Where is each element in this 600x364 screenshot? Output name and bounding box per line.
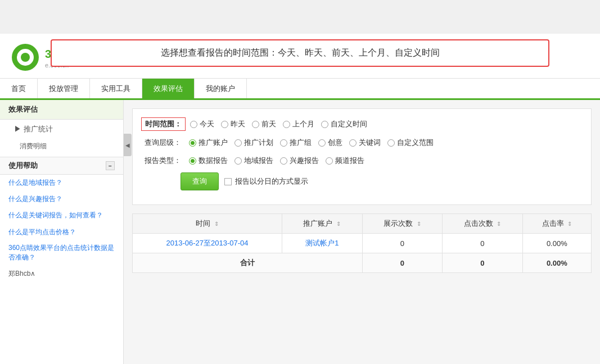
radio-custom[interactable] xyxy=(321,121,328,128)
report-label: 报告类型： xyxy=(141,154,184,167)
level-label: 查询层级： xyxy=(141,136,184,149)
radio-last-month[interactable] xyxy=(283,121,290,128)
radio-group[interactable] xyxy=(280,139,287,147)
help-link-5[interactable]: 360点睛效果平台的点击统计数据是否准确？ xyxy=(0,240,123,265)
nav-item-placement[interactable]: 投放管理 xyxy=(38,79,90,98)
radio-today[interactable] xyxy=(190,121,197,128)
checkbox-icon[interactable] xyxy=(224,178,232,185)
tooltip-banner: 选择想查看报告的时间范围：今天、昨天、前天、上个月、自定义时间 xyxy=(51,39,549,67)
cell-time: 2013-06-27至2013-07-04 xyxy=(133,234,282,253)
split-by-day-checkbox[interactable]: 报告以分日的方式显示 xyxy=(224,176,308,186)
help-collapse-button[interactable]: − xyxy=(106,161,115,170)
cell-ctr: 0.00% xyxy=(522,234,591,253)
help-link-3[interactable]: 什么是关键词报告，如何查看？ xyxy=(0,207,123,224)
total-label: 合计 xyxy=(133,253,363,273)
cell-account: 测试帐户1 xyxy=(282,234,363,253)
radio-yesterday[interactable] xyxy=(221,121,228,128)
radio-creative[interactable] xyxy=(318,139,326,147)
nav-bar: 首页 投放管理 实用工具 效果评估 我的账户 xyxy=(0,79,600,100)
query-button[interactable]: 查询 xyxy=(181,172,219,190)
sidebar-item-label: ▶ 推广统计 xyxy=(14,124,53,134)
table-header-row: 时间 ⇕ 推广账户 ⇕ 展示次数 ⇕ 点击次数 xyxy=(133,214,592,234)
time-range-label: 时间范围： xyxy=(141,117,186,131)
level-options: 推广账户 推广计划 推广组 创意 xyxy=(189,138,434,148)
account-link[interactable]: 测试帐户1 xyxy=(305,239,339,247)
time-option-today[interactable]: 今天 xyxy=(190,119,214,129)
sidebar-help-section: 使用帮助 − 什么是地域报告？ 什么是兴趣报告？ 什么是关键词报告，如何查看？ … xyxy=(0,157,123,265)
logo-icon xyxy=(11,43,39,71)
cell-impressions: 0 xyxy=(362,234,443,253)
cell-clicks: 0 xyxy=(443,234,523,253)
radio-day-before[interactable] xyxy=(252,121,259,128)
nav-item-effect[interactable]: 效果评估 xyxy=(142,79,195,98)
col-ctr[interactable]: 点击率 ⇕ xyxy=(522,214,591,234)
radio-data-report[interactable] xyxy=(189,157,196,165)
help-link-1[interactable]: 什么是地域报告？ xyxy=(0,175,123,191)
radio-interest-report[interactable] xyxy=(280,157,287,165)
level-keyword[interactable]: 关键词 xyxy=(349,138,381,148)
level-custom-range[interactable]: 自定义范围 xyxy=(387,138,434,148)
sort-account-icon: ⇕ xyxy=(336,221,341,227)
radio-custom-range[interactable] xyxy=(387,139,395,147)
total-clicks: 0 xyxy=(443,253,523,273)
report-type-row: 报告类型： 数据报告 地域报告 兴趣报告 xyxy=(141,154,583,167)
time-option-custom[interactable]: 自定义时间 xyxy=(321,119,367,129)
report-interest[interactable]: 兴趣报告 xyxy=(280,156,319,166)
radio-keyword[interactable] xyxy=(349,139,357,147)
sort-impressions-icon: ⇕ xyxy=(417,221,421,227)
sidebar-collapse-arrow[interactable]: ◀ xyxy=(124,134,132,156)
sort-clicks-icon: ⇕ xyxy=(497,221,501,227)
data-table: 时间 ⇕ 推广账户 ⇕ 展示次数 ⇕ 点击次数 xyxy=(132,213,592,273)
sort-time-icon: ⇕ xyxy=(214,221,219,227)
time-range-row: 时间范围： 今天 昨天 前天 xyxy=(141,117,583,131)
report-data[interactable]: 数据报告 xyxy=(189,156,228,166)
sort-ctr-icon: ⇕ xyxy=(567,221,572,227)
col-time[interactable]: 时间 ⇕ xyxy=(133,214,282,234)
nav-item-account[interactable]: 我的账户 xyxy=(195,79,247,98)
sidebar-help-header: 使用帮助 − xyxy=(0,157,123,175)
level-creative[interactable]: 创意 xyxy=(318,138,342,148)
svg-point-2 xyxy=(21,53,30,62)
time-range-options: 今天 昨天 前天 上个月 xyxy=(190,119,367,129)
query-row: 查询 报告以分日的方式显示 xyxy=(181,172,583,190)
report-channel[interactable]: 频道报告 xyxy=(326,156,364,166)
radio-region-report[interactable] xyxy=(234,157,242,165)
content-area: 效果评估 ▶ 推广统计 消费明细 使用帮助 − 什么是地域报告？ 什么是兴趣报告… xyxy=(0,100,600,364)
nav-item-tools[interactable]: 实用工具 xyxy=(90,79,142,98)
level-account[interactable]: 推广账户 xyxy=(189,138,228,148)
collapse-arrow-icon: ◀ xyxy=(125,142,130,148)
sidebar: 效果评估 ▶ 推广统计 消费明细 使用帮助 − 什么是地域报告？ 什么是兴趣报告… xyxy=(0,100,124,364)
radio-account[interactable] xyxy=(189,139,196,147)
level-group[interactable]: 推广组 xyxy=(280,138,312,148)
sidebar-item-consumption[interactable]: 消费明细 xyxy=(0,139,123,154)
help-link-4[interactable]: 什么是平均点击价格？ xyxy=(0,224,123,240)
table-row: 2013-06-27至2013-07-04 测试帐户1 0 0 0.00% xyxy=(133,234,592,253)
page-wrapper: 选择想查看报告的时间范围：今天、昨天、前天、上个月、自定义时间 360点睛营销平… xyxy=(0,34,600,364)
col-impressions[interactable]: 展示次数 ⇕ xyxy=(362,214,443,234)
total-ctr: 0.00% xyxy=(522,253,591,273)
tooltip-text: 选择想查看报告的时间范围：今天、昨天、前天、上个月、自定义时间 xyxy=(161,48,440,57)
filter-box: 时间范围： 今天 昨天 前天 xyxy=(132,108,592,205)
help-link-2[interactable]: 什么是兴趣报告？ xyxy=(0,191,123,207)
radio-plan[interactable] xyxy=(234,139,242,147)
table-total-row: 合计 0 0 0.00% xyxy=(133,253,592,273)
time-option-last-month[interactable]: 上个月 xyxy=(283,119,314,129)
user-link[interactable]: 郑Bhcb∧ xyxy=(0,265,123,283)
level-plan[interactable]: 推广计划 xyxy=(234,138,273,148)
report-region[interactable]: 地域报告 xyxy=(234,156,273,166)
time-option-day-before[interactable]: 前天 xyxy=(252,119,276,129)
radio-channel-report[interactable] xyxy=(326,157,333,165)
sidebar-item-promo-stats[interactable]: ▶ 推广统计 xyxy=(0,120,123,139)
nav-item-home[interactable]: 首页 xyxy=(0,79,38,98)
sidebar-section-title: 效果评估 xyxy=(0,100,123,120)
total-impressions: 0 xyxy=(362,253,443,273)
col-account[interactable]: 推广账户 ⇕ xyxy=(282,214,363,234)
report-options: 数据报告 地域报告 兴趣报告 频道报告 xyxy=(189,156,364,166)
time-link[interactable]: 2013-06-27至2013-07-04 xyxy=(166,239,249,247)
time-option-yesterday[interactable]: 昨天 xyxy=(221,119,245,129)
main-panel: 时间范围： 今天 昨天 前天 xyxy=(124,100,600,364)
col-clicks[interactable]: 点击次数 ⇕ xyxy=(443,214,523,234)
level-row: 查询层级： 推广账户 推广计划 推广组 xyxy=(141,136,583,149)
